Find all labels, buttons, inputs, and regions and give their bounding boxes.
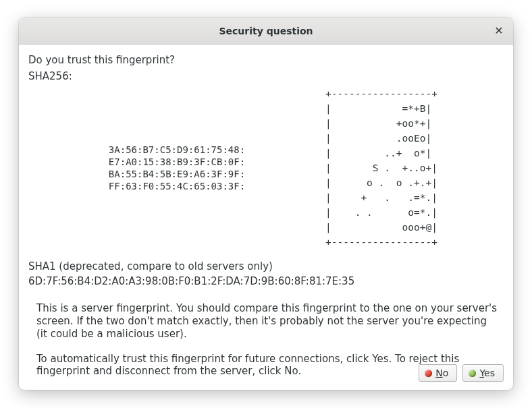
button-bar: No Yes (419, 364, 504, 382)
sha1-label: SHA1 (deprecated, compare to old servers… (28, 260, 504, 272)
titlebar: Security question ✕ (19, 18, 513, 45)
no-button[interactable]: No (419, 364, 457, 382)
sha256-hex: 3A:56:B7:C5:D9:61:75:48: E7:A0:15:38:B9:… (28, 86, 325, 250)
dialog-content: Do you trust this fingerprint? SHA256: 3… (19, 45, 513, 386)
sha1-value: 6D:7F:56:B4:D2:A0:A3:98:0B:F0:B1:2F:DA:7… (28, 275, 504, 287)
yes-button-label: Yes (479, 368, 495, 378)
sha256-randomart: +-----------------+ | =*+B| | +oo*+| | .… (325, 86, 437, 250)
dialog-window: Security question ✕ Do you trust this fi… (19, 18, 513, 390)
trust-prompt: Do you trust this fingerprint? (28, 54, 504, 66)
explanation-p1: This is a server fingerprint. You should… (36, 302, 498, 340)
yes-button[interactable]: Yes (462, 364, 504, 382)
stop-icon (425, 370, 432, 377)
window-title: Security question (219, 26, 313, 36)
sha256-label: SHA256: (28, 70, 504, 82)
go-icon (469, 370, 476, 377)
no-button-label: No (435, 368, 448, 378)
close-icon[interactable]: ✕ (489, 20, 509, 40)
sha256-fingerprint-row: 3A:56:B7:C5:D9:61:75:48: E7:A0:15:38:B9:… (28, 86, 504, 250)
